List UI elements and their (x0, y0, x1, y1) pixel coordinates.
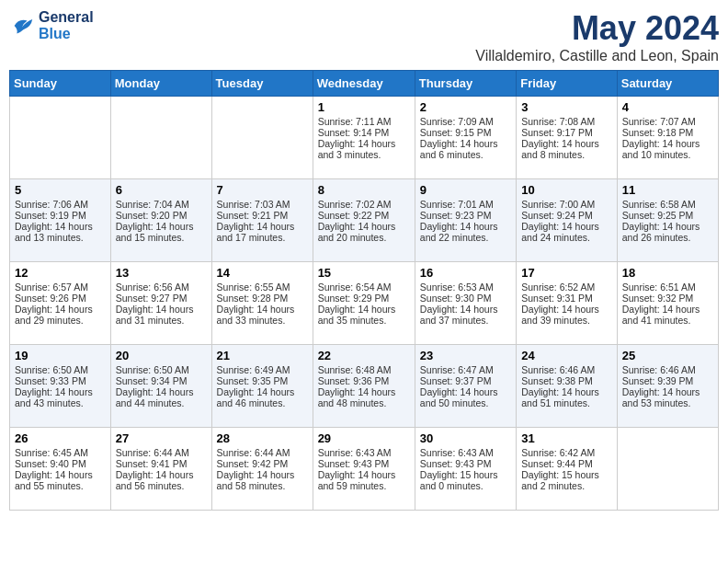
weekday-header-row: SundayMondayTuesdayWednesdayThursdayFrid… (10, 71, 719, 97)
daylight-text: Daylight: 14 hours and 43 minutes. (15, 386, 106, 408)
day-number: 7 (217, 183, 308, 197)
calendar-cell (211, 97, 313, 179)
weekday-header-friday: Friday (517, 71, 618, 97)
daylight-text: Daylight: 14 hours and 44 minutes. (116, 386, 207, 408)
sunset-text: Sunset: 9:15 PM (420, 127, 511, 138)
sunrise-text: Sunrise: 7:11 AM (318, 116, 410, 127)
daylight-text: Daylight: 14 hours and 8 minutes. (521, 138, 612, 160)
calendar-cell: 2Sunrise: 7:09 AMSunset: 9:15 PMDaylight… (415, 97, 516, 179)
sunrise-text: Sunrise: 7:04 AM (116, 199, 207, 210)
sunset-text: Sunset: 9:18 PM (622, 127, 713, 138)
daylight-text: Daylight: 14 hours and 31 minutes. (116, 304, 207, 326)
day-number: 23 (420, 349, 511, 362)
sunrise-text: Sunrise: 6:46 AM (521, 364, 612, 375)
sunrise-text: Sunrise: 6:44 AM (217, 447, 308, 458)
sunrise-text: Sunrise: 6:47 AM (420, 364, 511, 375)
sunset-text: Sunset: 9:25 PM (622, 210, 713, 221)
day-number: 16 (420, 266, 511, 280)
calendar-week-3: 12Sunrise: 6:57 AMSunset: 9:26 PMDayligh… (10, 262, 719, 345)
sunset-text: Sunset: 9:37 PM (420, 375, 511, 386)
sunset-text: Sunset: 9:40 PM (15, 458, 106, 469)
sunrise-text: Sunrise: 6:50 AM (116, 364, 207, 375)
sunrise-text: Sunrise: 6:50 AM (15, 364, 106, 375)
calendar-cell: 15Sunrise: 6:54 AMSunset: 9:29 PMDayligh… (313, 262, 415, 345)
weekday-header-thursday: Thursday (415, 71, 516, 97)
day-number: 29 (318, 431, 410, 445)
daylight-text: Daylight: 14 hours and 29 minutes. (15, 304, 106, 326)
calendar-cell: 10Sunrise: 7:00 AMSunset: 9:24 PMDayligh… (517, 179, 618, 262)
calendar-cell: 25Sunrise: 6:46 AMSunset: 9:39 PMDayligh… (617, 345, 718, 428)
sunset-text: Sunset: 9:39 PM (622, 375, 713, 386)
calendar-cell: 16Sunrise: 6:53 AMSunset: 9:30 PMDayligh… (415, 262, 516, 345)
sunrise-text: Sunrise: 6:57 AM (15, 282, 106, 293)
daylight-text: Daylight: 14 hours and 48 minutes. (318, 386, 410, 408)
day-number: 3 (521, 100, 612, 114)
sunrise-text: Sunrise: 6:42 AM (521, 447, 612, 458)
sunset-text: Sunset: 9:43 PM (420, 458, 511, 469)
daylight-text: Daylight: 14 hours and 20 minutes. (318, 221, 410, 243)
daylight-text: Daylight: 14 hours and 46 minutes. (217, 386, 308, 408)
calendar-cell (10, 97, 111, 179)
calendar-cell: 3Sunrise: 7:08 AMSunset: 9:17 PMDaylight… (517, 97, 618, 179)
day-number: 5 (15, 183, 106, 197)
calendar-cell: 11Sunrise: 6:58 AMSunset: 9:25 PMDayligh… (617, 179, 718, 262)
sunrise-text: Sunrise: 6:54 AM (318, 282, 410, 293)
calendar-cell: 7Sunrise: 7:03 AMSunset: 9:21 PMDaylight… (211, 179, 313, 262)
sunset-text: Sunset: 9:36 PM (318, 375, 410, 386)
calendar-cell (110, 97, 211, 179)
sunset-text: Sunset: 9:29 PM (318, 293, 410, 304)
sunrise-text: Sunrise: 7:06 AM (15, 199, 106, 210)
day-number: 15 (318, 266, 410, 280)
day-number: 18 (622, 266, 713, 280)
sunrise-text: Sunrise: 6:52 AM (521, 282, 612, 293)
calendar-cell: 31Sunrise: 6:42 AMSunset: 9:44 PMDayligh… (517, 428, 618, 511)
day-number: 17 (521, 266, 612, 280)
day-number: 9 (420, 183, 511, 197)
sunset-text: Sunset: 9:19 PM (15, 210, 106, 221)
calendar-week-5: 26Sunrise: 6:45 AMSunset: 9:40 PMDayligh… (10, 428, 719, 511)
daylight-text: Daylight: 14 hours and 41 minutes. (622, 304, 713, 326)
calendar-cell: 19Sunrise: 6:50 AMSunset: 9:33 PMDayligh… (10, 345, 111, 428)
calendar-week-1: 1Sunrise: 7:11 AMSunset: 9:14 PMDaylight… (10, 97, 719, 179)
weekday-header-monday: Monday (110, 71, 211, 97)
sunset-text: Sunset: 9:43 PM (318, 458, 410, 469)
sunset-text: Sunset: 9:27 PM (116, 293, 207, 304)
sunset-text: Sunset: 9:32 PM (622, 293, 713, 304)
sunset-text: Sunset: 9:38 PM (521, 375, 612, 386)
calendar-cell: 21Sunrise: 6:49 AMSunset: 9:35 PMDayligh… (211, 345, 313, 428)
calendar-cell: 4Sunrise: 7:07 AMSunset: 9:18 PMDaylight… (617, 97, 718, 179)
day-number: 31 (521, 431, 612, 445)
calendar-cell: 14Sunrise: 6:55 AMSunset: 9:28 PMDayligh… (211, 262, 313, 345)
calendar-cell: 17Sunrise: 6:52 AMSunset: 9:31 PMDayligh… (517, 262, 618, 345)
calendar-cell: 12Sunrise: 6:57 AMSunset: 9:26 PMDayligh… (10, 262, 111, 345)
calendar-cell: 26Sunrise: 6:45 AMSunset: 9:40 PMDayligh… (10, 428, 111, 511)
sunrise-text: Sunrise: 6:53 AM (420, 282, 511, 293)
location-title: Villaldemiro, Castille and Leon, Spain (475, 48, 719, 64)
calendar-cell: 23Sunrise: 6:47 AMSunset: 9:37 PMDayligh… (415, 345, 516, 428)
daylight-text: Daylight: 14 hours and 10 minutes. (622, 138, 713, 160)
calendar-cell: 9Sunrise: 7:01 AMSunset: 9:23 PMDaylight… (415, 179, 516, 262)
calendar-cell: 22Sunrise: 6:48 AMSunset: 9:36 PMDayligh… (313, 345, 415, 428)
day-number: 8 (318, 183, 410, 197)
daylight-text: Daylight: 14 hours and 56 minutes. (116, 469, 207, 491)
calendar-cell: 27Sunrise: 6:44 AMSunset: 9:41 PMDayligh… (110, 428, 211, 511)
sunrise-text: Sunrise: 6:58 AM (622, 199, 713, 210)
sunset-text: Sunset: 9:26 PM (15, 293, 106, 304)
sunrise-text: Sunrise: 7:08 AM (521, 116, 612, 127)
daylight-text: Daylight: 14 hours and 13 minutes. (15, 221, 106, 243)
daylight-text: Daylight: 14 hours and 50 minutes. (420, 386, 511, 408)
calendar-cell: 18Sunrise: 6:51 AMSunset: 9:32 PMDayligh… (617, 262, 718, 345)
calendar-week-4: 19Sunrise: 6:50 AMSunset: 9:33 PMDayligh… (10, 345, 719, 428)
sunset-text: Sunset: 9:22 PM (318, 210, 410, 221)
daylight-text: Daylight: 14 hours and 35 minutes. (318, 304, 410, 326)
daylight-text: Daylight: 14 hours and 53 minutes. (622, 386, 713, 408)
day-number: 2 (420, 100, 511, 114)
sunrise-text: Sunrise: 6:46 AM (622, 364, 713, 375)
page-header: General Blue May 2024 Villaldemiro, Cast… (9, 9, 719, 64)
daylight-text: Daylight: 14 hours and 3 minutes. (318, 138, 410, 160)
logo-icon (9, 13, 35, 39)
calendar-cell: 24Sunrise: 6:46 AMSunset: 9:38 PMDayligh… (517, 345, 618, 428)
calendar-cell: 5Sunrise: 7:06 AMSunset: 9:19 PMDaylight… (10, 179, 111, 262)
sunset-text: Sunset: 9:17 PM (521, 127, 612, 138)
daylight-text: Daylight: 14 hours and 55 minutes. (15, 469, 106, 491)
